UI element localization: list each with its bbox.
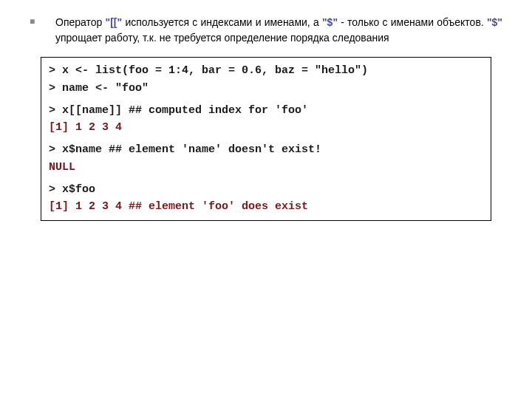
bullet-text-d: упрощает работу, т.к. не требуется опред… [55,32,389,44]
code-line-1: > x <- list(foo = 1:4, bar = 0.6, baz = … [49,62,483,80]
code-block: > x <- list(foo = 1:4, bar = 0.6, baz = … [41,57,491,221]
bullet-text: Оператор "[[" используется с индексами и… [55,15,502,46]
bullet-marker: ■ [30,15,55,46]
code-line-4: [1] 1 2 3 4 [49,119,483,137]
code-line-8: [1] 1 2 3 4 ## element 'foo' does exist [49,198,483,216]
bullet-text-a: Оператор [55,16,106,28]
code-line-3: > x[[name]] ## computed index for 'foo' [49,102,483,120]
bullet-text-b: используется с индексами и именами, а [122,16,322,28]
code-line-2: > name <- "foo" [49,80,483,98]
code-line-7: > x$foo [49,181,483,199]
operator-dollar-1: "$" [322,16,338,28]
bullet-item: ■ Оператор "[[" используется с индексами… [0,15,532,46]
operator-dollar-2: "$" [487,16,502,28]
code-line-6: NULL [49,159,483,177]
code-line-5: > x$name ## element 'name' doesn't exist… [49,141,483,159]
operator-double-bracket: "[[" [106,16,123,28]
bullet-text-c: - только с именами объектов. [338,16,487,28]
